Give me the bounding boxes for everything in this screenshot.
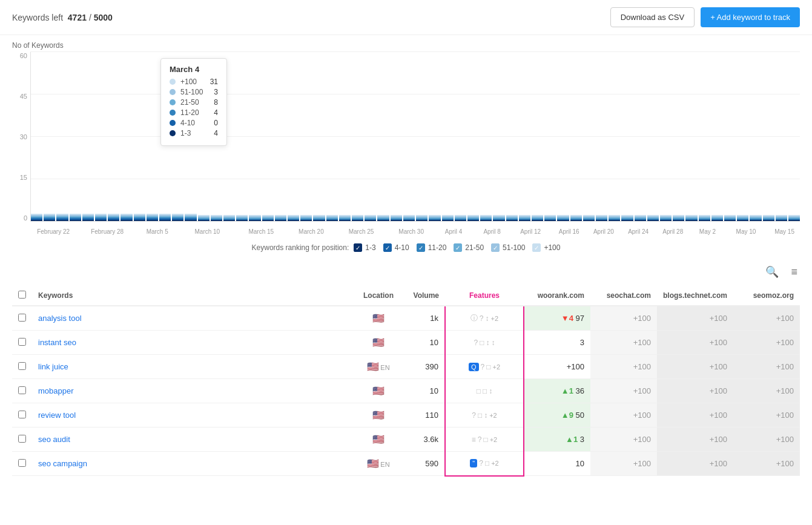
bar-group[interactable]	[391, 215, 402, 221]
add-keyword-button[interactable]: + Add keyword to track	[701, 7, 800, 27]
bar-group[interactable]	[519, 215, 530, 221]
bar-group[interactable]	[147, 214, 158, 221]
bar-group[interactable]	[583, 215, 595, 221]
bar-group[interactable]	[596, 215, 607, 221]
bar-group[interactable]	[750, 215, 761, 221]
bar-group[interactable]	[455, 215, 466, 221]
bar-group[interactable]	[120, 214, 132, 221]
filter-icon-button[interactable]: ≡	[788, 263, 800, 281]
bar-group[interactable]	[776, 215, 787, 221]
keyword-link[interactable]: mobapper	[38, 386, 74, 395]
bar-group[interactable]	[493, 215, 504, 221]
bar-group[interactable]	[621, 215, 633, 221]
bar-group[interactable]	[313, 215, 325, 221]
bar-group[interactable]	[365, 215, 376, 221]
bar-group[interactable]	[275, 215, 286, 221]
bar-group[interactable]	[288, 215, 299, 221]
bar-group[interactable]	[249, 215, 260, 221]
keyword-link[interactable]: analysis tool	[38, 314, 82, 323]
bar-group[interactable]	[44, 214, 55, 221]
bar-group[interactable]	[236, 215, 248, 221]
bar-group[interactable]	[544, 215, 556, 221]
feature-more: +2	[491, 460, 499, 467]
legend-item[interactable]: ✓ +100	[532, 243, 560, 252]
legend-item[interactable]: ✓ 1-3	[354, 243, 375, 252]
bar-segment	[480, 220, 492, 221]
bar-group[interactable]	[557, 215, 569, 221]
tooltip-dot	[170, 110, 176, 116]
seomoz-cell: +100	[733, 306, 800, 331]
row-checkbox[interactable]	[18, 338, 26, 346]
bar-group[interactable]	[685, 215, 697, 221]
keyword-link[interactable]: instant seo	[38, 338, 76, 347]
bar-group[interactable]	[724, 215, 736, 221]
bar-group[interactable]	[339, 215, 351, 221]
bar-group[interactable]	[467, 215, 479, 221]
keyword-link[interactable]: review tool	[38, 411, 76, 420]
bar-group[interactable]	[429, 215, 440, 221]
bar-group[interactable]	[442, 215, 454, 221]
bar-group[interactable]	[352, 215, 363, 221]
woorank-cell: 3	[524, 331, 590, 355]
feature-icon: ?	[472, 411, 476, 420]
legend-item[interactable]: ✓ 4-10	[383, 243, 409, 252]
bar-segment	[776, 220, 787, 221]
bar-group[interactable]	[647, 215, 659, 221]
legend-item[interactable]: ✓ 11-20	[417, 243, 447, 252]
keyword-link[interactable]: seo audit	[38, 435, 70, 444]
bar-group[interactable]	[660, 215, 672, 221]
bar-segment	[352, 220, 363, 221]
bar-group[interactable]	[70, 214, 81, 221]
bar-group[interactable]	[300, 215, 312, 221]
bar-group[interactable]	[223, 215, 235, 221]
keyword-link[interactable]: seo campaign	[38, 459, 87, 468]
tooltip-dot	[170, 130, 176, 136]
row-checkbox[interactable]	[18, 314, 26, 322]
keyword-link[interactable]: link juice	[38, 362, 68, 371]
bar-group[interactable]	[159, 214, 171, 221]
tooltip-row: +100 31	[170, 78, 218, 86]
bar-group[interactable]	[699, 215, 710, 221]
legend-item[interactable]: ✓ 51-100	[491, 243, 525, 252]
bar-group[interactable]	[211, 215, 222, 221]
bar-group[interactable]	[416, 215, 427, 221]
row-checkbox[interactable]	[18, 362, 26, 370]
download-csv-button[interactable]: Download as CSV	[610, 7, 695, 27]
legend-label: 11-20	[428, 243, 447, 252]
row-checkbox[interactable]	[18, 459, 26, 467]
select-all-checkbox[interactable]	[18, 291, 26, 299]
bar-group[interactable]	[711, 215, 723, 221]
row-checkbox[interactable]	[18, 411, 26, 418]
bar-group[interactable]	[570, 215, 582, 221]
bar-group[interactable]	[673, 215, 684, 221]
bar-group[interactable]	[134, 214, 145, 221]
volume-value: 390	[425, 362, 438, 371]
bar-group[interactable]	[377, 215, 389, 221]
bar-group[interactable]	[609, 215, 620, 221]
bar-group[interactable]	[480, 215, 492, 221]
bar-group[interactable]	[262, 215, 274, 221]
bar-group[interactable]	[326, 215, 338, 221]
bar-group[interactable]	[185, 214, 196, 221]
bar-group[interactable]	[108, 214, 119, 221]
bar-group[interactable]	[788, 215, 800, 221]
bar-group[interactable]	[82, 214, 94, 221]
bar-group[interactable]	[532, 215, 543, 221]
row-checkbox[interactable]	[18, 386, 26, 394]
bar-group[interactable]	[737, 215, 748, 221]
bar-group[interactable]	[403, 215, 415, 221]
bar-group[interactable]	[763, 215, 774, 221]
blogs-value: +100	[710, 435, 727, 444]
bar-group[interactable]	[31, 214, 42, 221]
bar-group[interactable]	[506, 215, 518, 221]
legend-item[interactable]: ✓ 21-50	[454, 243, 484, 252]
bar-group[interactable]	[172, 214, 183, 221]
bar-group[interactable]	[56, 214, 68, 221]
woorank-volume: 3	[580, 435, 584, 444]
row-checkbox[interactable]	[18, 435, 26, 443]
search-icon-button[interactable]: 🔍	[763, 263, 781, 281]
bar-group[interactable]	[635, 215, 646, 221]
row-checkbox-cell	[12, 331, 32, 355]
bar-group[interactable]	[198, 215, 210, 221]
bar-group[interactable]	[95, 214, 107, 221]
